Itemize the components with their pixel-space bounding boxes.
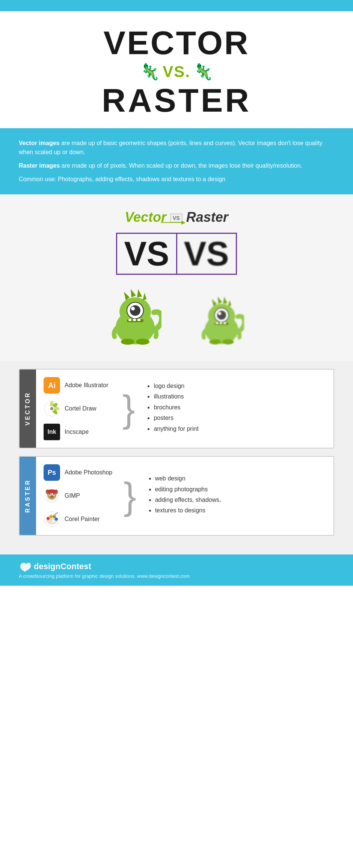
arrow-line: ▶ xyxy=(161,222,183,223)
hero-vs-text: VS. xyxy=(163,63,190,81)
app-row-cortel: Cortel Draw xyxy=(44,400,111,417)
vector-use-2: illustrations xyxy=(154,392,198,401)
info-para3: Common use: Photographs, adding effects,… xyxy=(19,175,334,184)
vector-use-4: posters xyxy=(154,414,198,422)
hero-vs-row: 🦎 VS. 🦎 xyxy=(8,62,345,81)
svg-marker-8 xyxy=(143,293,146,300)
svg-point-14 xyxy=(136,339,149,345)
svg-marker-21 xyxy=(218,297,222,304)
brand-name: designContest xyxy=(34,562,91,571)
tools-wrapper: VECTOR Ai Adobe Illustrator xyxy=(0,361,353,554)
svg-marker-7 xyxy=(137,289,142,297)
monster-left-icon: 🦎 xyxy=(140,62,160,81)
svg-rect-10 xyxy=(128,319,131,321)
vector-apps-list: Ai Adobe Illustrator xyxy=(36,370,119,448)
vs-boxes: VS VS xyxy=(116,233,237,275)
cortel-icon-svg xyxy=(44,400,60,417)
raster-apps-list: Ps Adobe Photoshop xyxy=(36,457,120,535)
illustrator-icon-text: Ai xyxy=(48,381,56,390)
svg-point-3 xyxy=(130,305,140,316)
incscape-name: Incscape xyxy=(65,429,89,435)
monsters-comparison xyxy=(8,286,345,346)
svg-point-54 xyxy=(52,520,54,523)
monster-raster-icon xyxy=(199,294,244,346)
vs-arrow: ▶ xyxy=(161,222,183,223)
vector-use-5: anything for print xyxy=(154,425,198,433)
svg-point-53 xyxy=(55,518,58,521)
vs-box-blurry: VS xyxy=(176,233,237,275)
svg-point-29 xyxy=(222,339,234,344)
brand-logo-icon xyxy=(19,561,31,572)
raster-use-3: adding effects, shadows, xyxy=(155,496,221,504)
raster-use-4: textures to designs xyxy=(155,506,221,515)
raster-brace-char: } xyxy=(124,477,136,515)
svg-point-19 xyxy=(218,312,222,315)
info-para1-rest: are made up of basic geometric shapes (p… xyxy=(19,140,323,155)
monster-vector-icon xyxy=(109,286,161,346)
vector-label: VECTOR xyxy=(20,370,36,448)
vector-tools-section: VECTOR Ai Adobe Illustrator xyxy=(19,369,334,448)
vs-box-sharp: VS xyxy=(116,233,176,275)
raster-label: RASTER xyxy=(20,457,36,535)
footer: designContest A crowdsourcing platform f… xyxy=(0,554,353,586)
svg-point-36 xyxy=(50,407,53,410)
svg-point-43 xyxy=(50,495,54,498)
corel-painter-icon-svg xyxy=(44,511,60,527)
info-para2-rest: are made up of of pixels. When scaled up… xyxy=(62,162,302,169)
vector-uses-list: logo design illustrations brochures post… xyxy=(146,382,198,435)
vector-use-3: brochures xyxy=(154,403,198,412)
hero-vector-title: VECTOR xyxy=(8,26,345,59)
vs-text-blurry: VS xyxy=(184,237,229,271)
footer-tagline: A crowdsourcing platform for graphic des… xyxy=(19,573,334,579)
illustrator-name: Adobe Illustrator xyxy=(65,382,109,389)
vs-text-sharp: VS xyxy=(124,235,169,273)
app-row-corel-painter: Corel Painter xyxy=(44,511,112,527)
photoshop-icon: Ps xyxy=(44,464,60,481)
vector-use-1: logo design xyxy=(154,382,198,390)
brace-char: } xyxy=(122,390,135,427)
raster-uses-list: web design editing photographs adding ef… xyxy=(148,474,221,517)
svg-marker-6 xyxy=(131,289,136,297)
svg-rect-27 xyxy=(223,322,226,324)
svg-rect-11 xyxy=(133,319,136,321)
info-para2-bold: Raster images xyxy=(19,162,60,169)
illustrator-icon: Ai xyxy=(44,377,60,394)
monster-right-icon: 🦎 xyxy=(193,62,213,81)
app-row-photoshop: Ps Adobe Photoshop xyxy=(44,464,112,481)
svg-rect-47 xyxy=(47,490,57,492)
app-row-illustrator: Ai Adobe Illustrator xyxy=(44,377,111,394)
top-bar xyxy=(0,0,353,11)
photoshop-icon-text: Ps xyxy=(48,469,56,477)
info-para2: Raster images are made up of of pixels. … xyxy=(19,161,334,170)
app-row-incscape: Ink Incscape xyxy=(44,424,111,440)
svg-marker-22 xyxy=(223,297,227,304)
vs-section: Vector VS Raster ▶ VS VS xyxy=(0,194,353,361)
hero-section: VECTOR 🦎 VS. 🦎 RASTER xyxy=(0,11,353,128)
info-para1: Vector images are made up of basic geome… xyxy=(19,139,334,157)
hero-raster-title: RASTER xyxy=(8,84,345,117)
info-section: Vector images are made up of basic geome… xyxy=(0,128,353,194)
vs-title-raster: Raster xyxy=(186,209,228,225)
raster-use-1: web design xyxy=(155,474,221,483)
svg-point-28 xyxy=(209,339,221,344)
gimp-icon xyxy=(44,488,60,504)
svg-rect-26 xyxy=(220,322,222,324)
photoshop-name: Adobe Photoshop xyxy=(65,469,112,476)
svg-rect-25 xyxy=(216,322,219,324)
svg-rect-12 xyxy=(137,319,140,321)
vector-brace: } xyxy=(119,370,139,448)
vs-title-vector: Vector xyxy=(125,209,166,225)
svg-point-50 xyxy=(47,517,50,520)
incscape-icon: Ink xyxy=(44,424,60,440)
vs-title-vs-badge: VS xyxy=(170,214,183,223)
vector-uses: logo design illustrations brochures post… xyxy=(139,370,206,448)
info-para1-bold: Vector images xyxy=(19,140,60,146)
svg-point-18 xyxy=(217,311,226,320)
incscape-icon-text: Ink xyxy=(47,429,56,435)
cortel-name: Cortel Draw xyxy=(65,405,96,412)
corel-painter-icon xyxy=(44,511,60,527)
svg-marker-23 xyxy=(228,300,231,306)
svg-point-13 xyxy=(121,339,134,345)
corel-painter-name: Corel Painter xyxy=(65,516,100,523)
gimp-icon-svg xyxy=(44,488,60,504)
